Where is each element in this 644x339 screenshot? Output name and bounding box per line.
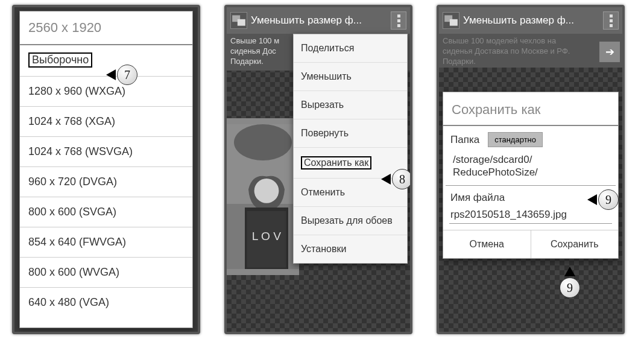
list-item[interactable]: 960 x 720 (DVGA) (20, 167, 192, 197)
menu-label: Сохранить как (301, 156, 371, 170)
list-item[interactable]: 800 x 600 (SVGA) (20, 197, 192, 227)
context-menu: Поделиться Уменьшить Вырезать Повернуть … (293, 34, 408, 264)
list-item-custom[interactable]: Выборочно (20, 45, 192, 77)
svg-point-4 (234, 124, 292, 160)
svg-point-6 (254, 179, 279, 203)
cancel-button[interactable]: Отмена (443, 230, 531, 258)
ad-banner[interactable]: Свыше 100 моделей чехлов на сиденья Дост… (439, 34, 622, 71)
app-icon (230, 12, 247, 29)
list-item-label: 1024 x 768 (WSVGA) (28, 145, 133, 157)
menu-item-save-as[interactable]: Сохранить как (294, 148, 407, 179)
list-item-label: 854 x 640 (FWVGA) (28, 236, 126, 248)
menu-label: Вырезать (301, 100, 344, 110)
ad-text: Свыше 100 моделей чехлов на сиденья Дост… (443, 36, 570, 66)
list-item[interactable]: 800 x 600 (WVGA) (20, 258, 192, 288)
filename-input[interactable] (449, 206, 612, 224)
list-item-label: 640 x 480 (VGA) (28, 296, 109, 308)
menu-label: Установки (301, 244, 346, 254)
dialog-title: Сохранить как (443, 92, 618, 126)
list-item[interactable]: 1280 x 960 (WXGA) (20, 77, 192, 107)
svg-rect-11 (450, 19, 458, 26)
svg-text:L O V: L O V (252, 230, 282, 242)
app-icon (443, 12, 459, 29)
menu-label: Поделиться (301, 43, 354, 53)
list-item-label: 800 x 600 (WVGA) (28, 266, 119, 278)
list-item-label: 1024 x 768 (XGA) (28, 115, 115, 127)
filename-label: Имя файла (443, 186, 618, 205)
list-item-label: 1280 x 960 (WXGA) (28, 85, 125, 97)
list-item[interactable]: 854 x 640 (FWVGA) (20, 227, 192, 258)
list-header: 2560 x 1920 (20, 11, 192, 45)
standard-folder-button[interactable]: стандартно (488, 132, 543, 147)
ad-arrow-icon[interactable]: ➔ (599, 42, 620, 62)
list-item-label: 800 x 600 (SVGA) (28, 206, 116, 218)
menu-item-share[interactable]: Поделиться (294, 34, 407, 63)
folder-path[interactable]: /storage/sdcard0/ ReducePhotoSize/ (446, 150, 616, 186)
list-item-label: 960 x 720 (DVGA) (28, 176, 117, 188)
phone-screenshot-3: Уменьшить размер ф... Свыше 100 моделей … (437, 5, 625, 334)
photo-preview: L O V (227, 118, 299, 275)
save-as-dialog: Сохранить как Папка стандартно /storage/… (443, 92, 619, 259)
menu-item-cancel[interactable]: Отменить (294, 179, 407, 207)
app-title: Уменьшить размер ф... (463, 14, 574, 27)
overflow-menu-icon[interactable] (391, 11, 406, 30)
resolution-list: 2560 x 1920 Выборочно 1280 x 960 (WXGA) … (19, 11, 193, 328)
menu-item-wallpaper[interactable]: Вырезать для обоев (294, 207, 407, 235)
menu-label: Вырезать для обоев (301, 215, 393, 226)
menu-item-settings[interactable]: Установки (294, 235, 407, 263)
app-topbar: Уменьшить размер ф... (439, 7, 622, 34)
save-button[interactable]: Сохранить (531, 230, 619, 258)
app-title: Уменьшить размер ф... (251, 14, 362, 27)
menu-item-rotate[interactable]: Повернуть (294, 119, 407, 148)
list-item[interactable]: 640 x 480 (VGA) (20, 288, 192, 317)
menu-item-crop[interactable]: Вырезать (294, 91, 407, 119)
phone-screenshot-2: Уменьшить размер ф... Свыше 100 м сидень… (224, 5, 412, 334)
menu-item-reduce[interactable]: Уменьшить (294, 63, 407, 91)
list-item[interactable]: 1024 x 768 (XGA) (20, 107, 192, 137)
list-item-label: Выборочно (28, 52, 92, 68)
svg-rect-1 (238, 19, 245, 26)
overflow-menu-icon[interactable] (603, 11, 619, 30)
ad-text: Свыше 100 м сиденья Дос Подарки. (230, 36, 279, 66)
phone-screenshot-1: 2560 x 1920 Выборочно 1280 x 960 (WXGA) … (12, 5, 200, 334)
menu-label: Отменить (301, 187, 345, 197)
list-item[interactable]: 1024 x 768 (WSVGA) (20, 137, 192, 167)
app-topbar: Уменьшить размер ф... (227, 7, 410, 34)
menu-label: Повернуть (301, 128, 349, 138)
folder-label: Папка (450, 134, 479, 146)
menu-label: Уменьшить (301, 71, 352, 81)
